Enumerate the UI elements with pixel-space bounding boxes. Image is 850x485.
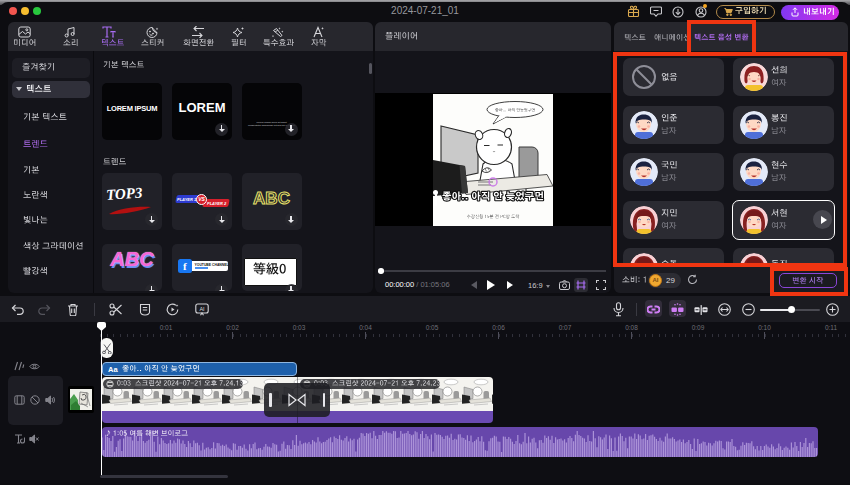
svg-text:AI: AI (199, 306, 205, 312)
